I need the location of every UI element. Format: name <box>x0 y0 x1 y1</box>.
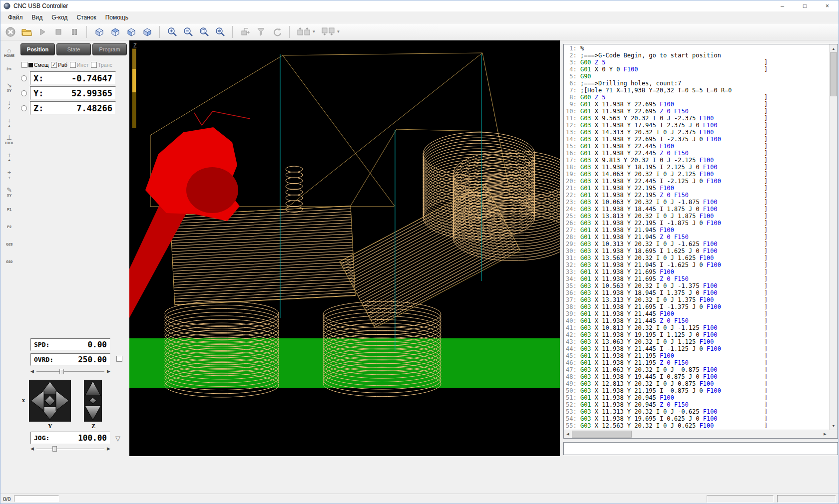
offset-checkbox[interactable] <box>21 62 27 68</box>
slider-left-arrow-icon[interactable]: ◀ <box>30 446 34 451</box>
override-enable-checkbox[interactable] <box>116 356 122 362</box>
menu-view[interactable]: Вид <box>27 12 47 23</box>
menu-gcode[interactable]: G-код <box>47 12 72 23</box>
gcode-line[interactable]: 55: G03 X 12.563 Y 20.32 I 0 J 0.625 F10… <box>566 422 829 429</box>
close-button[interactable]: × <box>816 0 839 11</box>
axis-z-radio[interactable] <box>21 105 27 111</box>
sidebar-p1[interactable]: P1 <box>1 202 17 217</box>
gcode-line[interactable]: 20: G03 X 11.938 Y 22.445 I -2.125 J 0 F… <box>566 178 829 185</box>
menu-machine[interactable]: Станок <box>72 12 100 23</box>
sidebar-offset-1[interactable]: ++ <box>1 149 17 164</box>
checkbox-work[interactable]: ✓Раб <box>51 62 67 68</box>
minimize-button[interactable]: – <box>771 0 794 11</box>
gcode-line[interactable]: 8: G00 Z 5] <box>566 94 829 101</box>
jog-step-dropdown[interactable]: ▽ <box>113 433 123 443</box>
slider-right-arrow-icon[interactable]: ▶ <box>107 369 110 374</box>
gcode-line[interactable]: 11: G03 X 9.563 Y 20.32 I 0 J -2.375 F10… <box>566 115 829 122</box>
gcode-line[interactable]: 50: G03 X 11.938 Y 21.195 I -0.875 J 0 F… <box>566 387 829 394</box>
open-file-button[interactable] <box>19 25 33 39</box>
slider-track[interactable] <box>36 371 104 372</box>
maximize-button[interactable]: □ <box>794 0 816 11</box>
axis-y-radio[interactable] <box>21 90 27 96</box>
gcode-line[interactable]: 51: G01 X 11.938 Y 20.945 F100] <box>566 394 829 401</box>
gcode-line[interactable]: 25: G03 X 13.813 Y 20.32 I 0 J 1.875 F10… <box>566 213 829 220</box>
zoom-fit-button[interactable] <box>213 25 227 39</box>
stop-button[interactable] <box>51 25 65 39</box>
gcode-line[interactable]: 5: G90 <box>566 73 829 80</box>
view-iso-button[interactable] <box>92 25 106 39</box>
gcode-line[interactable]: 32: G03 X 11.938 Y 21.945 I -1.625 J 0 F… <box>566 261 829 268</box>
simulate-button[interactable] <box>238 25 252 39</box>
scroll-left-button[interactable]: ◀ <box>564 430 572 438</box>
gcode-list[interactable]: 1: % 2: ;===>G-Code Begin, go to start p… <box>564 44 829 430</box>
scroll-right-button[interactable]: ▶ <box>821 430 829 438</box>
scroll-down-button[interactable]: ▼ <box>830 422 838 430</box>
sidebar-goto-z[interactable]: ↓Z <box>1 97 17 112</box>
slider-track[interactable] <box>36 449 104 450</box>
gcode-command-input[interactable] <box>563 442 838 455</box>
gcode-line[interactable]: 14: G03 X 11.938 Y 22.695 I -2.375 J 0 F… <box>566 136 829 143</box>
start-button[interactable] <box>35 25 49 39</box>
view-side-button[interactable] <box>140 25 154 39</box>
gcode-line[interactable]: 1: % <box>566 45 829 52</box>
zoom-window-button[interactable] <box>197 25 211 39</box>
tab-position[interactable]: Position <box>20 43 55 55</box>
view-front-button[interactable] <box>124 25 138 39</box>
work-checkbox[interactable]: ✓ <box>51 62 57 68</box>
filter-button[interactable] <box>254 25 268 39</box>
sidebar-home[interactable]: ⌂HOME <box>1 44 17 59</box>
sidebar-offset-2[interactable]: ++ <box>1 167 17 182</box>
goto-position-1-button[interactable]: ▼ <box>295 25 318 39</box>
view-top-button[interactable] <box>108 25 122 39</box>
hscroll-thumb[interactable] <box>572 431 632 438</box>
gcode-line[interactable]: 35: G03 X 10.563 Y 20.32 I 0 J -1.375 F1… <box>566 282 829 289</box>
gcode-line[interactable]: 37: G03 X 13.313 Y 20.32 I 0 J 1.375 F10… <box>566 296 829 303</box>
gcode-line[interactable]: 30: G03 X 11.938 Y 18.695 I 1.625 J 0 F1… <box>566 248 829 254</box>
gcode-line[interactable]: 17: G03 X 9.813 Y 20.32 I 0 J -2.125 F10… <box>566 157 829 164</box>
gcode-line[interactable]: 44: G03 X 11.938 Y 21.445 I -1.125 J 0 F… <box>566 345 829 352</box>
gcode-line[interactable]: 27: G01 X 11.938 Y 21.945 F100] <box>566 227 829 234</box>
gcode-line[interactable]: 39: G01 X 11.938 Y 21.445 F100] <box>566 310 829 317</box>
override-slider-thumb[interactable] <box>59 369 64 374</box>
gcode-hscrollbar[interactable]: ◀ ▶ <box>564 430 829 438</box>
gcode-line[interactable]: 7: ;[Hole ?1 X=11,938 Y=20,32 T=0 S=5 L=… <box>566 87 829 94</box>
instrument-checkbox[interactable] <box>70 62 76 68</box>
gcode-line[interactable]: 46: G01 X 11.938 Y 21.195 Z 0 F150] <box>566 359 829 366</box>
sidebar-tools[interactable]: ✂ <box>1 62 17 77</box>
gcode-line[interactable]: 43: G03 X 13.063 Y 20.32 I 0 J 1.125 F10… <box>566 338 829 345</box>
gcode-line[interactable]: 34: G01 X 11.938 Y 21.695 Z 0 F150] <box>566 275 829 282</box>
jog-slider[interactable]: ◀ ▶ <box>30 446 110 453</box>
gcode-line[interactable]: 52: G01 X 11.938 Y 20.945 Z 0 F150] <box>566 401 829 408</box>
gcode-line[interactable]: 9: G01 X 11.938 Y 22.695 F100] <box>566 101 829 108</box>
goto-position-2-button[interactable]: ▼ <box>319 25 342 39</box>
axis-x-radio[interactable] <box>21 75 27 81</box>
scroll-up-button[interactable]: ▲ <box>830 44 838 52</box>
checkbox-offset[interactable]: Смещ <box>21 62 48 68</box>
gcode-line[interactable]: 38: G03 X 11.938 Y 21.695 I -1.375 J 0 F… <box>566 303 829 310</box>
gcode-line[interactable]: 13: G03 X 14.313 Y 20.32 I 0 J 2.375 F10… <box>566 129 829 136</box>
gcode-line[interactable]: 41: G03 X 10.813 Y 20.32 I 0 J -1.125 F1… <box>566 324 829 331</box>
sidebar-tool[interactable]: ⊥TOOL <box>1 132 17 147</box>
gcode-line[interactable]: 19: G03 X 14.063 Y 20.32 I 0 J 2.125 F10… <box>566 171 829 178</box>
sidebar-p2[interactable]: P2 <box>1 219 17 234</box>
slider-left-arrow-icon[interactable]: ◀ <box>30 369 34 374</box>
emergency-stop-button[interactable] <box>3 25 17 39</box>
gcode-line[interactable]: 22: G01 X 11.938 Y 22.195 Z 0 F150] <box>566 192 829 199</box>
gcode-line[interactable]: 26: G03 X 11.938 Y 22.195 I -1.875 J 0 F… <box>566 220 829 227</box>
pause-button[interactable] <box>67 25 81 39</box>
trans-checkbox[interactable] <box>91 62 97 68</box>
gcode-line[interactable]: 10: G01 X 11.938 Y 22.695 Z 0 F150] <box>566 108 829 115</box>
gcode-line[interactable]: 42: G03 X 11.938 Y 19.195 I 1.125 J 0 F1… <box>566 331 829 338</box>
gcode-line[interactable]: 23: G03 X 10.063 Y 20.32 I 0 J -1.875 F1… <box>566 199 829 206</box>
gcode-line[interactable]: 53: G03 X 11.313 Y 20.32 I 0 J -0.625 F1… <box>566 408 829 415</box>
gcode-line[interactable]: 31: G03 X 13.563 Y 20.32 I 0 J 1.625 F10… <box>566 254 829 261</box>
sidebar-set-xy[interactable]: ✎XY <box>1 184 17 199</box>
gcode-line[interactable]: 33: G01 X 11.938 Y 21.695 F100] <box>566 268 829 275</box>
hscroll-track[interactable] <box>572 430 821 438</box>
toolpath-canvas[interactable] <box>129 40 560 456</box>
viewport-3d[interactable]: Z <box>129 40 560 456</box>
gcode-line[interactable]: 45: G01 X 11.938 Y 21.195 F100] <box>566 352 829 359</box>
checkbox-trans[interactable]: Транс <box>91 62 112 68</box>
jog-slider-thumb[interactable] <box>52 446 57 452</box>
gcode-line[interactable]: 21: G01 X 11.938 Y 22.195 F100] <box>566 185 829 192</box>
